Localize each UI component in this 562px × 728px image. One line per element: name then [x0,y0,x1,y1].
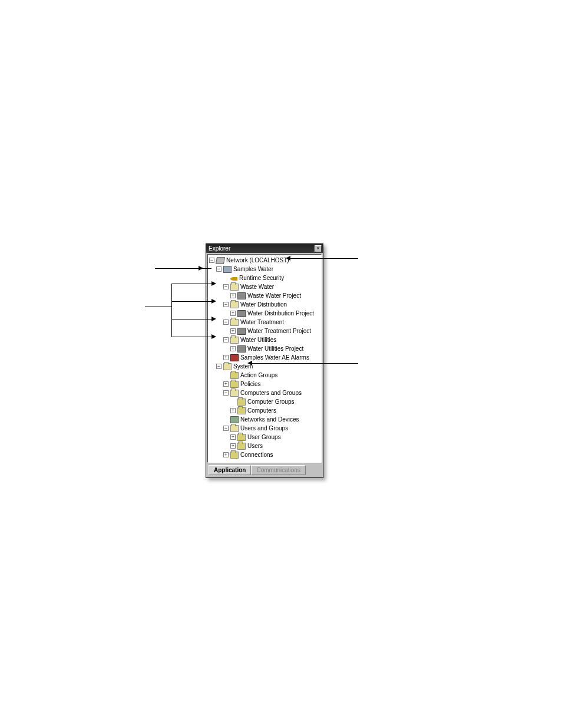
tree-node-computers-and-groups[interactable]: − Computers and Groups [209,388,321,397]
explorer-title: Explorer [209,245,230,252]
callout-line [171,284,172,337]
expand-icon[interactable]: + [230,328,236,334]
collapse-icon[interactable]: − [223,337,229,342]
tree-label: Water Treatment [240,319,284,325]
callout-line [171,319,211,319]
tree-node-waste-water-project[interactable]: + Waste Water Project [209,291,321,300]
tree-node-runtime-security[interactable]: · Runtime Security [209,274,321,282]
tree-label: Water Treatment Project [247,328,311,334]
tree-label: Waste Water Project [247,292,301,299]
tree-node-water-treatment[interactable]: − Water Treatment [209,318,321,327]
application-icon [223,266,232,273]
folder-open-icon [230,337,239,344]
tab-application[interactable]: Application [209,465,251,475]
collapse-icon[interactable]: − [216,364,222,369]
callout-line [171,284,211,284]
tree-label: Users and Groups [240,425,288,431]
network-icon [216,257,225,264]
alarm-icon [230,354,239,361]
folder-open-icon [223,363,232,370]
tree-label: Computers [247,407,276,414]
project-icon [237,328,246,335]
expand-icon[interactable]: + [230,434,236,440]
folder-open-icon [230,319,239,326]
tree-label: Water Distribution Project [247,310,314,317]
tab-communications[interactable]: Communications [251,465,305,475]
expand-icon[interactable]: + [230,346,236,351]
project-icon [237,310,246,317]
collapse-icon[interactable]: − [209,258,214,263]
tree-node-water-utilities[interactable]: − Water Utilities [209,335,321,344]
tree-label: Computers and Groups [240,390,302,396]
expand-icon[interactable]: + [230,293,236,298]
expand-icon[interactable]: + [223,452,229,457]
collapse-icon[interactable]: − [223,284,229,289]
network-devices-icon [230,416,239,423]
arrow-right-icon [211,317,216,321]
folder-icon [237,407,246,414]
tree-label: Water Distribution [240,301,287,308]
folder-icon [230,381,239,388]
folder-open-icon [230,425,239,432]
tree-node-computers[interactable]: + Computers [209,406,321,415]
tree-node-action-groups[interactable]: · Action Groups [209,371,321,380]
arrow-left-icon [247,361,252,365]
tree-node-user-groups[interactable]: + User Groups [209,433,321,442]
tree-label: Computer Groups [247,398,294,405]
folder-icon [237,398,246,406]
folder-icon [230,452,239,459]
callout-line [171,301,211,302]
tree-label: Policies [240,381,260,387]
expand-icon[interactable]: + [223,355,229,360]
tree-label: Action Groups [240,372,277,378]
expand-icon[interactable]: + [230,311,236,316]
tree-node-water-utilities-project[interactable]: + Water Utilities Project [209,344,321,353]
tree-node-networks-and-devices[interactable]: · Networks and Devices [209,415,321,424]
close-icon[interactable]: × [315,245,322,252]
tree-node-water-distribution[interactable]: − Water Distribution [209,300,321,309]
tree-label: Network (LOCALHOST) [226,257,289,263]
tree-node-water-treatment-project[interactable]: + Water Treatment Project [209,327,321,335]
tree-node-computer-groups[interactable]: · Computer Groups [209,397,321,406]
tree-node-users-and-groups[interactable]: − Users and Groups [209,424,321,433]
callout-line [290,258,358,259]
arrow-left-icon [286,256,290,261]
tab-bar: Application Communications [206,464,323,477]
expand-icon[interactable]: + [223,381,229,387]
tree-label: Samples Water [233,266,273,272]
tree-label: User Groups [247,434,281,440]
tree-node-water-distribution-project[interactable]: + Water Distribution Project [209,309,321,318]
tree-node-users[interactable]: + Users [209,442,321,450]
folder-icon [237,443,246,450]
explorer-titlebar[interactable]: Explorer × [206,244,323,253]
tree-label: Networks and Devices [240,416,299,423]
tree-label: Runtime Security [239,275,284,281]
tree-view[interactable]: − Network (LOCALHOST) − Samples Water · … [207,254,322,463]
collapse-icon[interactable]: − [223,390,229,396]
arrow-right-icon [211,334,216,339]
arrow-right-icon [199,266,203,271]
project-icon [237,345,246,353]
explorer-panel: Explorer × − Network (LOCALHOST) − Sampl… [206,243,323,478]
callout-line [145,307,171,307]
collapse-icon[interactable]: − [223,319,229,325]
folder-icon [230,372,239,379]
tree-node-connections[interactable]: + Connections [209,450,321,459]
tree-label: Connections [240,452,273,458]
callout-line [171,337,211,337]
collapse-icon[interactable]: − [216,266,222,272]
tree-label: Waste Water [240,284,274,290]
collapse-icon[interactable]: − [223,426,229,431]
tree-node-waste-water[interactable]: − Waste Water [209,282,321,291]
collapse-icon[interactable]: − [223,302,229,307]
tree-node-ae-alarms[interactable]: + Samples Water AE Alarms [209,353,321,362]
expand-icon[interactable]: + [230,443,236,449]
tree-node-samples-water[interactable]: − Samples Water [209,265,321,274]
tree-node-policies[interactable]: + Policies [209,380,321,388]
folder-icon [237,434,246,441]
tree-node-network[interactable]: − Network (LOCALHOST) [209,256,321,265]
expand-icon[interactable]: + [230,408,236,413]
project-icon [237,292,246,299]
folder-open-icon [230,284,239,291]
arrow-right-icon [211,299,216,304]
